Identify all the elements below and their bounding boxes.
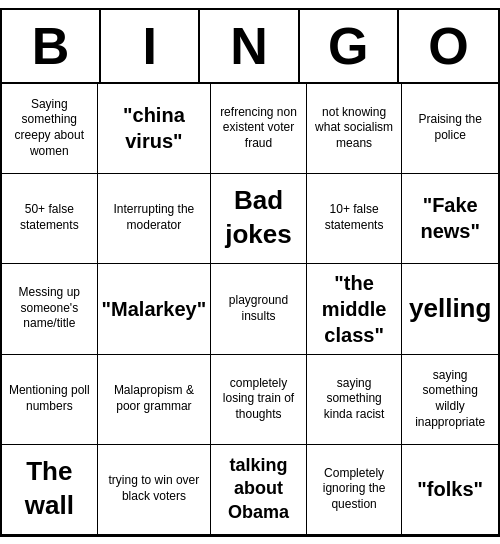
cell-text-6: Interrupting the moderator xyxy=(102,202,207,233)
bingo-cell-6: Interrupting the moderator xyxy=(98,174,212,264)
cell-text-8: 10+ false statements xyxy=(311,202,398,233)
bingo-cell-11: "Malarkey" xyxy=(98,264,212,355)
cell-text-3: not knowing what socialism means xyxy=(311,105,398,152)
cell-text-12: playground insults xyxy=(215,293,302,324)
bingo-cell-0: Saying something creepy about women xyxy=(2,84,98,174)
bingo-letter-g: G xyxy=(300,10,399,82)
bingo-cell-16: Malapropism & poor grammar xyxy=(98,355,212,445)
bingo-cell-13: "the middle class" xyxy=(307,264,403,355)
bingo-cell-7: Bad jokes xyxy=(211,174,307,264)
cell-text-7: Bad jokes xyxy=(215,184,302,252)
cell-text-2: refrencing non existent voter fraud xyxy=(215,105,302,152)
bingo-cell-8: 10+ false statements xyxy=(307,174,403,264)
cell-text-4: Praising the police xyxy=(406,112,494,143)
cell-text-24: "folks" xyxy=(417,476,483,502)
bingo-cell-19: saying something wildly inappropriate xyxy=(402,355,498,445)
cell-text-9: "Fake news" xyxy=(406,192,494,244)
bingo-cell-5: 50+ false statements xyxy=(2,174,98,264)
cell-text-1: "china virus" xyxy=(102,102,207,154)
bingo-cell-10: Messing up someone's name/title xyxy=(2,264,98,355)
cell-text-11: "Malarkey" xyxy=(102,296,207,322)
cell-text-18: saying something kinda racist xyxy=(311,376,398,423)
bingo-cell-14: yelling xyxy=(402,264,498,355)
cell-text-22: talking about Obama xyxy=(215,454,302,524)
cell-text-5: 50+ false statements xyxy=(6,202,93,233)
bingo-cell-24: "folks" xyxy=(402,445,498,535)
bingo-cell-21: trying to win over black voters xyxy=(98,445,212,535)
bingo-cell-3: not knowing what socialism means xyxy=(307,84,403,174)
bingo-cell-4: Praising the police xyxy=(402,84,498,174)
cell-text-23: Completely ignoring the question xyxy=(311,466,398,513)
bingo-cell-12: playground insults xyxy=(211,264,307,355)
bingo-grid: Saying something creepy about women"chin… xyxy=(2,84,498,535)
bingo-cell-2: refrencing non existent voter fraud xyxy=(211,84,307,174)
bingo-cell-22: talking about Obama xyxy=(211,445,307,535)
bingo-cell-23: Completely ignoring the question xyxy=(307,445,403,535)
cell-text-15: Mentioning poll numbers xyxy=(6,383,93,414)
bingo-cell-20: The wall xyxy=(2,445,98,535)
cell-text-21: trying to win over black voters xyxy=(102,473,207,504)
cell-text-16: Malapropism & poor grammar xyxy=(102,383,207,414)
bingo-cell-17: completely losing train of thoughts xyxy=(211,355,307,445)
bingo-header: BINGO xyxy=(2,10,498,84)
cell-text-0: Saying something creepy about women xyxy=(6,97,93,159)
bingo-letter-o: O xyxy=(399,10,498,82)
bingo-letter-n: N xyxy=(200,10,299,82)
cell-text-19: saying something wildly inappropriate xyxy=(406,368,494,430)
cell-text-17: completely losing train of thoughts xyxy=(215,376,302,423)
cell-text-14: yelling xyxy=(409,292,491,326)
cell-text-20: The wall xyxy=(6,455,93,523)
cell-text-10: Messing up someone's name/title xyxy=(6,285,93,332)
bingo-cell-9: "Fake news" xyxy=(402,174,498,264)
bingo-letter-b: B xyxy=(2,10,101,82)
bingo-cell-15: Mentioning poll numbers xyxy=(2,355,98,445)
cell-text-13: "the middle class" xyxy=(311,270,398,348)
bingo-cell-18: saying something kinda racist xyxy=(307,355,403,445)
bingo-cell-1: "china virus" xyxy=(98,84,212,174)
bingo-card: BINGO Saying something creepy about wome… xyxy=(0,8,500,537)
bingo-letter-i: I xyxy=(101,10,200,82)
